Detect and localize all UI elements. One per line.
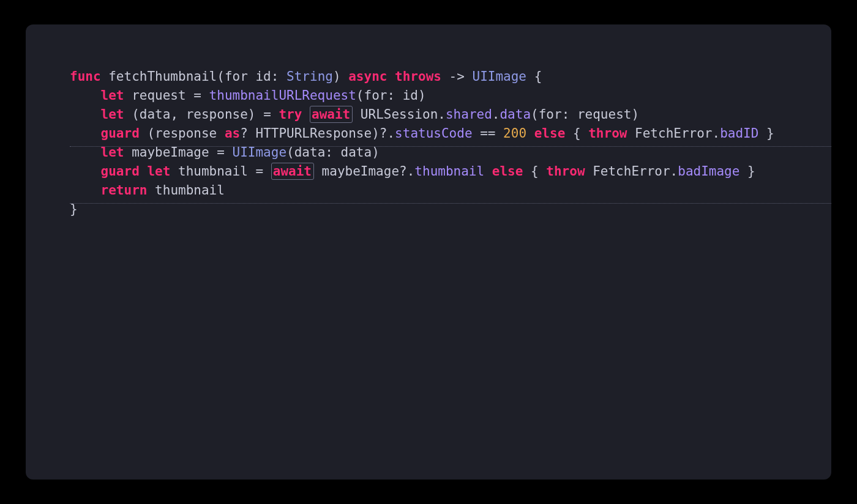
code-token: ( bbox=[356, 88, 364, 103]
code-token: guard bbox=[101, 164, 148, 179]
code-line: let request = thumbnailURLRequest(for: i… bbox=[70, 88, 426, 103]
code-token: thumbnail bbox=[414, 164, 484, 179]
code-token: request bbox=[132, 88, 186, 103]
code-token: maybeImage bbox=[132, 145, 209, 160]
code-token: response bbox=[155, 126, 225, 141]
code-token bbox=[526, 126, 534, 141]
code-token: : bbox=[325, 145, 340, 160]
code-line: } bbox=[70, 202, 78, 217]
code-token: async bbox=[348, 69, 395, 84]
code-token: , bbox=[170, 107, 185, 122]
code-token: ) bbox=[418, 88, 426, 103]
code-token: response bbox=[186, 107, 248, 122]
code-token: . bbox=[492, 107, 500, 122]
code-token: thumbnail bbox=[178, 164, 248, 179]
code-token: FetchError bbox=[585, 164, 670, 179]
code-token: } bbox=[70, 202, 78, 217]
code-token: thumbnailURLRequest bbox=[209, 88, 356, 103]
code-token: try bbox=[279, 107, 310, 122]
code-token: } bbox=[739, 164, 755, 179]
code-token: . bbox=[407, 164, 415, 179]
code-line: guard (response as? HTTPURLResponse)?.st… bbox=[70, 126, 774, 141]
code-token: throw bbox=[546, 164, 585, 179]
code-panel: func fetchThumbnail(for id: String) asyn… bbox=[26, 24, 831, 480]
code-token: badID bbox=[720, 126, 758, 141]
code-token: HTTPURLResponse bbox=[255, 126, 372, 141]
await-keyword-box: await bbox=[271, 163, 314, 180]
code-token: guard bbox=[101, 126, 148, 141]
code-token: ) bbox=[631, 107, 639, 122]
code-token: ( bbox=[147, 126, 155, 141]
code-token: String bbox=[286, 69, 333, 84]
code-token: . bbox=[670, 164, 678, 179]
code-token: ) bbox=[333, 69, 348, 84]
code-token: fetchThumbnail bbox=[108, 69, 217, 84]
code-line: let maybeImage = UIImage(data: data) bbox=[70, 145, 380, 160]
code-line: let (data, response) = try await URLSess… bbox=[70, 106, 639, 123]
code-line: func fetchThumbnail(for id: String) asyn… bbox=[70, 69, 542, 84]
code-token: statusCode bbox=[395, 126, 472, 141]
code-block: func fetchThumbnail(for id: String) asyn… bbox=[26, 24, 831, 219]
code-line: guard let thumbnail = await maybeImage?.… bbox=[70, 163, 755, 180]
code-token: : bbox=[562, 107, 577, 122]
suspension-divider-2 bbox=[70, 203, 831, 204]
code-token: ) bbox=[372, 145, 380, 160]
code-token: : bbox=[271, 69, 286, 84]
code-token: let bbox=[101, 88, 132, 103]
code-token: let bbox=[101, 107, 132, 122]
code-token: ) = bbox=[248, 107, 279, 122]
code-token: id bbox=[255, 69, 271, 84]
code-token: UIImage bbox=[233, 145, 287, 160]
code-token: for bbox=[364, 88, 387, 103]
code-token: ( bbox=[132, 107, 140, 122]
code-token: id bbox=[403, 88, 418, 103]
code-token: thumbnail bbox=[155, 183, 225, 198]
code-token: . bbox=[713, 126, 720, 141]
code-token: } bbox=[758, 126, 774, 141]
code-token: else bbox=[534, 126, 566, 141]
code-token: badImage bbox=[678, 164, 739, 179]
code-token: return bbox=[101, 183, 155, 198]
code-token: { bbox=[565, 126, 588, 141]
code-token: FetchError bbox=[627, 126, 712, 141]
code-token: )? bbox=[372, 126, 387, 141]
code-token: = bbox=[248, 164, 271, 179]
code-token: data bbox=[341, 145, 372, 160]
code-token: ? bbox=[240, 126, 255, 141]
code-line: return thumbnail bbox=[70, 183, 225, 198]
code-token: for bbox=[539, 107, 562, 122]
code-token: for bbox=[225, 69, 256, 84]
code-token: throws bbox=[395, 69, 441, 84]
code-token: data bbox=[294, 145, 326, 160]
code-token: = bbox=[186, 88, 209, 103]
code-token: ( bbox=[286, 145, 294, 160]
code-token: else bbox=[492, 164, 523, 179]
code-token: { bbox=[526, 69, 542, 84]
code-token: ( bbox=[531, 107, 539, 122]
code-token: 200 bbox=[503, 126, 526, 141]
code-token: data bbox=[500, 107, 531, 122]
code-token: { bbox=[523, 164, 546, 179]
code-token: shared bbox=[446, 107, 492, 122]
code-token: maybeImage? bbox=[314, 164, 407, 179]
code-token: let bbox=[147, 164, 178, 179]
code-token: ( bbox=[217, 69, 225, 84]
suspension-divider-1 bbox=[70, 146, 831, 147]
code-token: throw bbox=[588, 126, 627, 141]
code-token: let bbox=[101, 145, 132, 160]
code-token: == bbox=[473, 126, 504, 141]
code-token: : bbox=[387, 88, 402, 103]
await-keyword-box: await bbox=[310, 106, 353, 123]
code-token: = bbox=[209, 145, 233, 160]
code-token: as bbox=[225, 126, 240, 141]
code-token: . bbox=[387, 126, 395, 141]
code-token bbox=[484, 164, 492, 179]
code-token: data bbox=[140, 107, 171, 122]
code-token: . bbox=[438, 107, 446, 122]
code-token: request bbox=[577, 107, 632, 122]
code-token: URLSession bbox=[353, 107, 438, 122]
code-token: func bbox=[70, 69, 108, 84]
code-token: -> bbox=[441, 69, 473, 84]
code-token: UIImage bbox=[473, 69, 527, 84]
